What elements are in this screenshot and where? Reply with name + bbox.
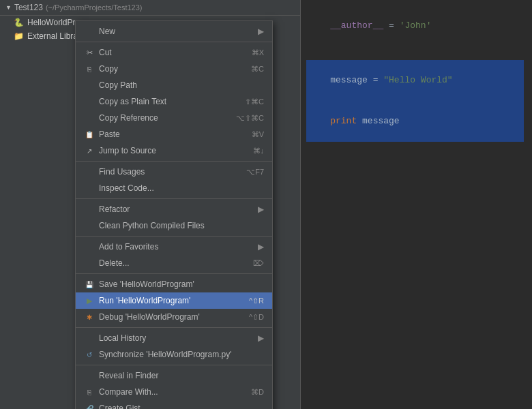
separator-6 [76,327,272,328]
menu-item-run[interactable]: ▶ Run 'HelloWorldProgram' ^⇧R [76,292,272,309]
history-arrow: ▶ [258,333,264,343]
cut-label: Cut [99,48,245,57]
context-menu: New ▶ ✂ Cut ⌘X ⎘ Copy ⌘C Copy Path Copy … [75,20,273,409]
jump-source-icon: ↗ [84,147,95,155]
separator-1 [76,42,272,42]
menu-item-debug[interactable]: ✱ Debug 'HelloWorldProgram' ^⇧D [76,309,272,325]
new-label: New [99,27,254,36]
save-icon: 💾 [84,281,95,288]
separator-5 [76,273,272,274]
run-label: Run 'HelloWorldProgram' [99,296,242,305]
create-gist-label: Create Gist... [99,404,264,409]
separator-2 [76,161,272,162]
delete-label: Delete... [99,258,246,268]
code-line-3: message = "Hello World" [306,60,524,101]
compare-with-label: Compare With... [99,387,244,397]
debug-shortcut: ^⇧D [249,313,264,322]
copy-ref-label: Copy Reference [99,113,229,123]
copy-shortcut: ⌘C [251,65,264,74]
run-icon: ▶ [84,297,95,305]
copy-plain-label: Copy as Plain Text [99,97,238,106]
paste-icon: 📋 [84,131,95,138]
menu-item-add-favorites[interactable]: Add to Favorites ▶ [76,239,272,255]
project-name: Test123 [14,3,43,12]
code-line-4: print message [306,101,524,142]
menu-item-find-usages[interactable]: Find Usages ⌥F7 [76,164,272,180]
favorites-arrow: ▶ [258,242,264,252]
clean-python-label: Clean Python Compiled Files [99,221,264,230]
menu-item-delete[interactable]: Delete... ⌦ [76,255,272,271]
menu-item-cut[interactable]: ✂ Cut ⌘X [76,44,272,61]
cut-shortcut: ⌘X [252,48,264,57]
jump-source-label: Jump to Source [99,146,246,155]
local-history-label: Local History [99,333,254,343]
menu-item-paste[interactable]: 📋 Paste ⌘V [76,126,272,142]
menu-item-copy-ref[interactable]: Copy Reference ⌥⇧⌘C [76,110,272,126]
separator-3 [76,198,272,199]
code-line-1: __author__ = 'John' [309,5,524,46]
menu-item-copy[interactable]: ⎘ Copy ⌘C [76,61,272,77]
cut-icon: ✂ [84,48,95,57]
copy-label: Copy [99,64,244,74]
menu-item-reveal-finder[interactable]: Reveal in Finder [76,367,272,384]
menu-item-compare-with[interactable]: ⎘ Compare With... ⌘D [76,384,272,400]
reveal-finder-label: Reveal in Finder [99,371,264,380]
menu-item-jump-source[interactable]: ↗ Jump to Source ⌘↓ [76,142,272,159]
copy-plain-shortcut: ⇧⌘C [245,97,264,106]
copy-path-label: Copy Path [99,80,257,90]
paste-label: Paste [99,130,245,139]
separator-4 [76,236,272,237]
new-arrow: ▶ [258,27,264,36]
compare-shortcut: ⌘D [251,388,264,397]
separator-7 [76,365,272,365]
menu-item-synchronize[interactable]: ↺ Synchronize 'HelloWorldProgram.py' [76,346,272,363]
run-shortcut: ^⇧R [249,297,264,305]
triangle-icon: ▼ [5,4,12,11]
debug-label: Debug 'HelloWorldProgram' [99,312,242,322]
project-title: ▼ Test123 (~/PycharmProjects/Test123) [0,0,300,16]
debug-icon: ✱ [84,314,95,321]
code-editor: __author__ = 'John' message = "Hello Wor… [300,0,532,409]
menu-item-copy-plain[interactable]: Copy as Plain Text ⇧⌘C [76,93,272,110]
code-line-2 [309,46,524,60]
sync-icon: ↺ [84,351,95,359]
find-usages-label: Find Usages [99,167,239,177]
menu-item-refactor[interactable]: Refactor ▶ [76,201,272,217]
synchronize-label: Synchronize 'HelloWorldProgram.py' [99,350,264,359]
inspect-code-label: Inspect Code... [99,183,264,193]
menu-item-save[interactable]: 💾 Save 'HelloWorldProgram' [76,276,272,292]
menu-item-local-history[interactable]: Local History ▶ [76,330,272,346]
menu-item-clean-python[interactable]: Clean Python Compiled Files [76,217,272,234]
delete-shortcut: ⌦ [253,259,264,268]
refactor-label: Refactor [99,204,254,214]
gist-icon: 🔗 [84,405,95,410]
menu-item-inspect-code[interactable]: Inspect Code... [76,180,272,196]
save-label: Save 'HelloWorldProgram' [99,279,264,289]
find-usages-shortcut: ⌥F7 [246,168,264,177]
menu-item-new[interactable]: New ▶ [76,23,272,40]
compare-icon: ⎘ [84,389,95,396]
python-icon: 🐍 [14,18,24,27]
jump-source-shortcut: ⌘↓ [253,147,265,155]
menu-item-copy-path[interactable]: Copy Path [76,77,272,93]
add-favorites-label: Add to Favorites [99,242,254,252]
folder-icon: 📁 [14,31,24,41]
copy-ref-shortcut: ⌥⇧⌘C [236,114,264,123]
menu-item-create-gist[interactable]: 🔗 Create Gist... [76,400,272,409]
copy-icon: ⎘ [84,65,95,73]
refactor-arrow: ▶ [258,204,264,214]
paste-shortcut: ⌘V [252,130,264,139]
